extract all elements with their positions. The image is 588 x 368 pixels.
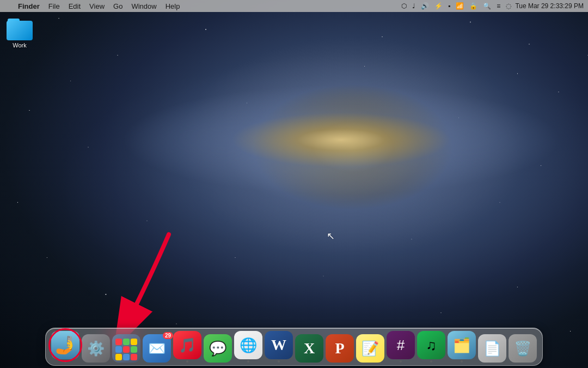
dock-item-word[interactable]: W: [265, 331, 293, 363]
dock-dot-chrome: [247, 360, 249, 363]
quicklook-icon: 📄: [478, 334, 506, 363]
menubar-left: Finder File Edit View Go Window Help: [4, 0, 183, 12]
menubar: Finder File Edit View Go Window Help ⬡ ♩…: [0, 0, 588, 12]
dock-item-notes[interactable]: 📝: [356, 334, 384, 363]
menubar-datetime: Tue Mar 29 2:33:29 PM: [515, 2, 584, 10]
finder-highlight-ring: [48, 328, 82, 362]
dock-item-chrome[interactable]: 🌐: [234, 331, 262, 363]
finder-files-icon: 🗂️: [448, 331, 476, 359]
excel-icon: X: [295, 334, 323, 363]
dock-item-mail[interactable]: ✉️ 29: [143, 334, 171, 363]
powerpoint-icon: P: [326, 334, 354, 363]
dock-item-finder[interactable]: 🤳: [51, 331, 79, 363]
dock-dot-word: [278, 360, 280, 363]
work-folder[interactable]: Work: [4, 16, 35, 51]
dock-dot-slack: [400, 360, 402, 363]
dock-item-music[interactable]: 🎵: [173, 331, 201, 363]
desktop: Finder File Edit View Go Window Help ⬡ ♩…: [0, 0, 588, 368]
mail-badge: 29: [163, 332, 173, 339]
dock-item-spotify[interactable]: ♫: [417, 331, 445, 363]
menubar-app-name[interactable]: Finder: [14, 0, 44, 12]
notes-icon: 📝: [356, 334, 384, 363]
bluetooth-icon[interactable]: ⚡: [433, 2, 444, 10]
time-machine-icon[interactable]: ◌: [504, 2, 513, 10]
folder-label: Work: [13, 42, 26, 49]
menubar-go[interactable]: Go: [109, 0, 126, 12]
dock-item-quicklook[interactable]: 📄: [478, 334, 506, 363]
dock-item-launchpad[interactable]: [112, 334, 140, 363]
trash-icon: 🗑️: [509, 334, 537, 363]
vpn-icon[interactable]: 🔒: [468, 2, 479, 10]
slack-icon: #: [387, 331, 415, 359]
dock-item-system-prefs[interactable]: ⚙️: [82, 334, 110, 363]
menubar-file[interactable]: File: [45, 0, 64, 12]
menubar-window[interactable]: Window: [127, 0, 160, 12]
chrome-icon: 🌐: [234, 331, 262, 359]
system-prefs-icon: ⚙️: [82, 334, 110, 363]
search-icon[interactable]: 🔍: [481, 2, 493, 10]
dropbox-icon[interactable]: ⬡: [400, 2, 408, 10]
menubar-edit[interactable]: Edit: [65, 0, 84, 12]
battery-icon[interactable]: ▪: [446, 2, 452, 10]
dock-item-powerpoint[interactable]: P: [326, 334, 354, 363]
menubar-view[interactable]: View: [85, 0, 108, 12]
folder-body: [7, 21, 33, 40]
wifi-icon[interactable]: 📶: [454, 2, 465, 10]
word-icon: W: [265, 331, 293, 359]
notification-icon[interactable]: ≡: [495, 2, 502, 10]
galaxy-overlay: [0, 0, 588, 368]
music-icon: 🎵: [173, 331, 201, 359]
volume-icon[interactable]: 🔊: [419, 2, 431, 10]
launchpad-icon: [112, 334, 140, 363]
dock-item-messages[interactable]: 💬: [204, 334, 232, 363]
messages-icon: 💬: [204, 334, 232, 363]
finder-dock-icon: 🤳: [51, 331, 79, 359]
audio-icon[interactable]: ♩: [411, 2, 417, 10]
folder-icon: [7, 19, 33, 40]
dock-dot-spotify: [430, 360, 432, 363]
dock-container: 🤳 ⚙️: [45, 328, 543, 366]
mail-icon: ✉️ 29: [143, 334, 171, 363]
dock: 🤳 ⚙️: [45, 328, 543, 366]
dock-item-finder-files[interactable]: 🗂️: [448, 331, 476, 363]
dock-item-slack[interactable]: #: [387, 331, 415, 363]
dock-item-excel[interactable]: X: [295, 334, 323, 363]
dock-dot-music: [186, 360, 188, 363]
dock-item-trash[interactable]: 🗑️: [509, 334, 537, 363]
apple-menu[interactable]: [4, 0, 13, 12]
dock-dot-finder-files: [461, 360, 463, 363]
spotify-icon: ♫: [417, 331, 445, 359]
menubar-right: ⬡ ♩ 🔊 ⚡ ▪ 📶 🔒 🔍 ≡ ◌ Tue Mar 29 2:33:29 P…: [400, 2, 584, 10]
menubar-help[interactable]: Help: [162, 0, 184, 12]
